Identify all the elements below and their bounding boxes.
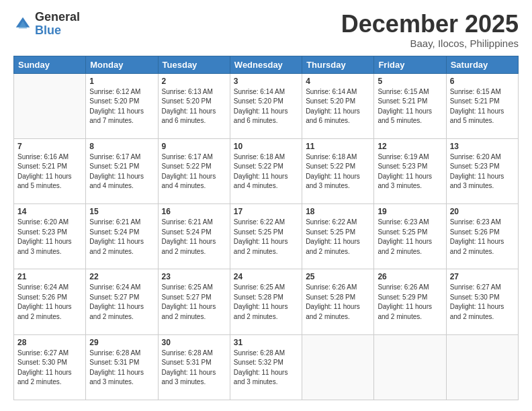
calendar-header-row: SundayMondayTuesdayWednesdayThursdayFrid…: [14, 56, 519, 73]
calendar-cell: 15Sunrise: 6:21 AM Sunset: 5:24 PM Dayli…: [86, 204, 158, 269]
day-info: Sunrise: 6:28 AM Sunset: 5:31 PM Dayligh…: [162, 349, 226, 387]
day-info: Sunrise: 6:26 AM Sunset: 5:29 PM Dayligh…: [378, 283, 442, 322]
day-info: Sunrise: 6:25 AM Sunset: 5:28 PM Dayligh…: [234, 283, 298, 322]
day-number: 5: [378, 77, 442, 86]
day-info: Sunrise: 6:18 AM Sunset: 5:22 PM Dayligh…: [306, 152, 370, 191]
title-section: December 2025 Baay, Ilocos, Philippines: [341, 11, 519, 49]
day-number: 22: [89, 272, 154, 281]
day-info: Sunrise: 6:12 AM Sunset: 5:20 PM Dayligh…: [89, 87, 154, 126]
day-number: 9: [162, 142, 226, 151]
calendar-cell: 10Sunrise: 6:18 AM Sunset: 5:22 PM Dayli…: [230, 138, 302, 203]
logo: General Blue: [13, 11, 80, 38]
day-number: 1: [89, 77, 154, 86]
day-info: Sunrise: 6:18 AM Sunset: 5:22 PM Dayligh…: [234, 152, 298, 191]
day-number: 17: [234, 207, 298, 216]
calendar-cell: 26Sunrise: 6:26 AM Sunset: 5:29 PM Dayli…: [374, 269, 446, 334]
calendar-cell: 22Sunrise: 6:24 AM Sunset: 5:27 PM Dayli…: [86, 269, 158, 334]
day-number: 14: [17, 207, 82, 216]
calendar-cell: 7Sunrise: 6:16 AM Sunset: 5:21 PM Daylig…: [14, 138, 86, 203]
day-number: 16: [162, 207, 226, 216]
month-title: December 2025: [341, 11, 519, 38]
calendar-cell: 25Sunrise: 6:26 AM Sunset: 5:28 PM Dayli…: [302, 269, 374, 334]
calendar-cell: 2Sunrise: 6:13 AM Sunset: 5:20 PM Daylig…: [158, 73, 230, 138]
calendar-header-wednesday: Wednesday: [230, 56, 302, 73]
calendar-week-5: 28Sunrise: 6:27 AM Sunset: 5:30 PM Dayli…: [14, 334, 519, 400]
calendar-cell: 27Sunrise: 6:27 AM Sunset: 5:30 PM Dayli…: [446, 269, 518, 334]
day-number: 4: [306, 77, 370, 86]
day-info: Sunrise: 6:28 AM Sunset: 5:31 PM Dayligh…: [89, 349, 154, 387]
logo-icon: [13, 15, 32, 34]
day-number: 15: [89, 207, 154, 216]
calendar-header-tuesday: Tuesday: [158, 56, 230, 73]
page: General Blue December 2025 Baay, Ilocos,…: [0, 0, 532, 411]
calendar-cell: 17Sunrise: 6:22 AM Sunset: 5:25 PM Dayli…: [230, 204, 302, 269]
day-number: 26: [378, 272, 442, 281]
calendar-header-sunday: Sunday: [14, 56, 86, 73]
day-number: 28: [17, 338, 82, 347]
calendar-cell: 13Sunrise: 6:20 AM Sunset: 5:23 PM Dayli…: [446, 138, 518, 203]
calendar-cell: 28Sunrise: 6:27 AM Sunset: 5:30 PM Dayli…: [14, 334, 86, 400]
calendar-cell: 6Sunrise: 6:15 AM Sunset: 5:21 PM Daylig…: [446, 73, 518, 138]
day-info: Sunrise: 6:23 AM Sunset: 5:26 PM Dayligh…: [450, 218, 515, 257]
day-info: Sunrise: 6:16 AM Sunset: 5:21 PM Dayligh…: [17, 152, 82, 191]
calendar-cell: 18Sunrise: 6:22 AM Sunset: 5:25 PM Dayli…: [302, 204, 374, 269]
day-number: 30: [162, 338, 226, 347]
calendar-cell: 31Sunrise: 6:28 AM Sunset: 5:32 PM Dayli…: [230, 334, 302, 400]
day-number: 27: [450, 272, 515, 281]
day-info: Sunrise: 6:17 AM Sunset: 5:22 PM Dayligh…: [162, 152, 226, 191]
calendar-cell: 30Sunrise: 6:28 AM Sunset: 5:31 PM Dayli…: [158, 334, 230, 400]
day-info: Sunrise: 6:17 AM Sunset: 5:21 PM Dayligh…: [89, 152, 154, 191]
calendar-cell: 16Sunrise: 6:21 AM Sunset: 5:24 PM Dayli…: [158, 204, 230, 269]
calendar-cell: 12Sunrise: 6:19 AM Sunset: 5:23 PM Dayli…: [374, 138, 446, 203]
day-number: 6: [450, 77, 515, 86]
calendar-cell: 9Sunrise: 6:17 AM Sunset: 5:22 PM Daylig…: [158, 138, 230, 203]
logo-blue-text: Blue: [35, 24, 80, 38]
calendar-header-friday: Friday: [374, 56, 446, 73]
day-info: Sunrise: 6:22 AM Sunset: 5:25 PM Dayligh…: [306, 218, 370, 257]
day-info: Sunrise: 6:27 AM Sunset: 5:30 PM Dayligh…: [450, 283, 515, 322]
calendar-cell: [302, 334, 374, 400]
day-info: Sunrise: 6:22 AM Sunset: 5:25 PM Dayligh…: [234, 218, 298, 257]
calendar-header-saturday: Saturday: [446, 56, 518, 73]
calendar-cell: [374, 334, 446, 400]
calendar-cell: 3Sunrise: 6:14 AM Sunset: 5:20 PM Daylig…: [230, 73, 302, 138]
day-number: 8: [89, 142, 154, 151]
calendar-week-4: 21Sunrise: 6:24 AM Sunset: 5:26 PM Dayli…: [14, 269, 519, 334]
day-number: 2: [162, 77, 226, 86]
calendar-header-thursday: Thursday: [302, 56, 374, 73]
day-number: 10: [234, 142, 298, 151]
day-info: Sunrise: 6:23 AM Sunset: 5:25 PM Dayligh…: [378, 218, 442, 257]
header: General Blue December 2025 Baay, Ilocos,…: [13, 11, 519, 49]
day-info: Sunrise: 6:13 AM Sunset: 5:20 PM Dayligh…: [162, 87, 226, 126]
calendar-cell: 4Sunrise: 6:14 AM Sunset: 5:20 PM Daylig…: [302, 73, 374, 138]
calendar-cell: 23Sunrise: 6:25 AM Sunset: 5:27 PM Dayli…: [158, 269, 230, 334]
day-info: Sunrise: 6:14 AM Sunset: 5:20 PM Dayligh…: [234, 87, 298, 126]
calendar-header-monday: Monday: [86, 56, 158, 73]
calendar-cell: 14Sunrise: 6:20 AM Sunset: 5:23 PM Dayli…: [14, 204, 86, 269]
calendar-week-2: 7Sunrise: 6:16 AM Sunset: 5:21 PM Daylig…: [14, 138, 519, 203]
calendar-cell: 1Sunrise: 6:12 AM Sunset: 5:20 PM Daylig…: [86, 73, 158, 138]
calendar-cell: [446, 334, 518, 400]
day-info: Sunrise: 6:14 AM Sunset: 5:20 PM Dayligh…: [306, 87, 370, 126]
calendar-table: SundayMondayTuesdayWednesdayThursdayFrid…: [13, 56, 519, 400]
day-number: 18: [306, 207, 370, 216]
day-info: Sunrise: 6:21 AM Sunset: 5:24 PM Dayligh…: [162, 218, 226, 257]
calendar-cell: 5Sunrise: 6:15 AM Sunset: 5:21 PM Daylig…: [374, 73, 446, 138]
calendar-week-1: 1Sunrise: 6:12 AM Sunset: 5:20 PM Daylig…: [14, 73, 519, 138]
day-number: 24: [234, 272, 298, 281]
day-info: Sunrise: 6:25 AM Sunset: 5:27 PM Dayligh…: [162, 283, 226, 322]
day-number: 23: [162, 272, 226, 281]
calendar-week-3: 14Sunrise: 6:20 AM Sunset: 5:23 PM Dayli…: [14, 204, 519, 269]
day-number: 3: [234, 77, 298, 86]
calendar-cell: 11Sunrise: 6:18 AM Sunset: 5:22 PM Dayli…: [302, 138, 374, 203]
logo-text: General Blue: [35, 11, 80, 38]
calendar-cell: 21Sunrise: 6:24 AM Sunset: 5:26 PM Dayli…: [14, 269, 86, 334]
day-info: Sunrise: 6:28 AM Sunset: 5:32 PM Dayligh…: [234, 349, 298, 387]
calendar-cell: 20Sunrise: 6:23 AM Sunset: 5:26 PM Dayli…: [446, 204, 518, 269]
day-info: Sunrise: 6:27 AM Sunset: 5:30 PM Dayligh…: [17, 349, 82, 387]
calendar-cell: 19Sunrise: 6:23 AM Sunset: 5:25 PM Dayli…: [374, 204, 446, 269]
day-number: 19: [378, 207, 442, 216]
day-number: 31: [234, 338, 298, 347]
day-info: Sunrise: 6:24 AM Sunset: 5:26 PM Dayligh…: [17, 283, 82, 322]
day-number: 25: [306, 272, 370, 281]
